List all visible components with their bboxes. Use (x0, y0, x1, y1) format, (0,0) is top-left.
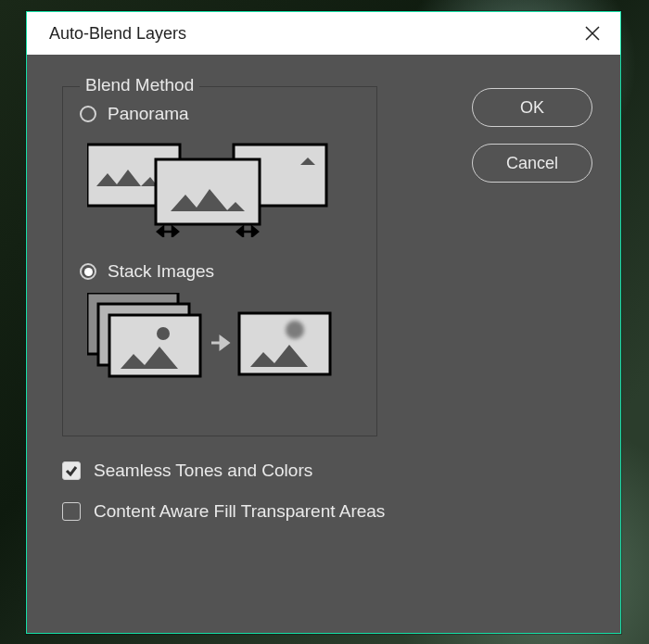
blend-method-group: Blend Method Panorama (62, 86, 377, 436)
dialog-title: Auto-Blend Layers (49, 24, 186, 44)
titlebar: Auto-Blend Layers (27, 12, 620, 55)
checkbox-seamless[interactable]: Seamless Tones and Colors (62, 461, 444, 481)
radio-icon (80, 263, 96, 280)
stack-illustration (87, 293, 360, 389)
buttons-column: OK Cancel (472, 86, 592, 614)
checkbox-content-aware-label: Content Aware Fill Transparent Areas (94, 501, 385, 522)
dialog-body: Blend Method Panorama (27, 55, 620, 633)
checkbox-content-aware[interactable]: Content Aware Fill Transparent Areas (62, 501, 444, 522)
radio-panorama[interactable]: Panorama (80, 104, 360, 124)
radio-stack-label: Stack Images (108, 261, 214, 282)
radio-panorama-label: Panorama (108, 104, 189, 124)
checkbox-seamless-label: Seamless Tones and Colors (94, 461, 312, 481)
auto-blend-dialog: Auto-Blend Layers Blend Method Panorama (26, 11, 621, 634)
panorama-illustration (87, 135, 360, 241)
radio-selected-dot (84, 268, 93, 276)
options-column: Blend Method Panorama (62, 86, 444, 614)
svg-point-6 (157, 327, 170, 340)
close-button[interactable] (581, 22, 604, 44)
radio-icon (80, 106, 96, 122)
svg-point-8 (286, 321, 304, 339)
radio-stack-images[interactable]: Stack Images (80, 261, 360, 282)
checkbox-icon (62, 461, 81, 480)
ok-button[interactable]: OK (472, 88, 592, 127)
group-legend: Blend Method (80, 75, 199, 95)
cancel-button[interactable]: Cancel (472, 144, 592, 183)
checkbox-icon (62, 502, 81, 521)
checkmark-icon (65, 464, 78, 477)
close-icon (584, 25, 601, 42)
